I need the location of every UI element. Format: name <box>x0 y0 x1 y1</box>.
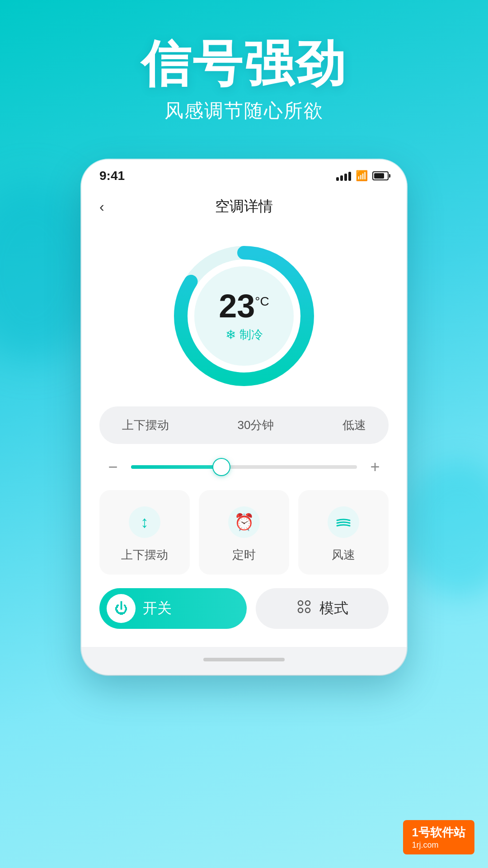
snowflake-icon: ❄ <box>225 327 236 342</box>
svg-point-5 <box>305 608 310 613</box>
home-indicator <box>203 658 285 661</box>
temp-value: 23 °C <box>219 290 269 322</box>
slider-track[interactable] <box>131 465 357 469</box>
power-icon: ⏻ <box>107 594 136 623</box>
timer-label[interactable]: 30分钟 <box>238 417 274 433</box>
slider-plus[interactable]: + <box>366 458 384 476</box>
status-time: 9:41 <box>99 169 125 183</box>
action-timer[interactable]: ⏰ 定时 <box>199 490 289 575</box>
action-fan-speed[interactable]: 风速 <box>298 490 389 575</box>
battery-icon <box>372 171 389 180</box>
fan-speed-label: 风速 <box>332 547 355 563</box>
phone-frame: 9:41 📶 ‹ 空调详情 <box>81 160 407 675</box>
temp-circle-wrapper: 23 °C ❄ 制冷 <box>172 244 316 388</box>
mode-label: 模式 <box>319 599 348 618</box>
back-button[interactable]: ‹ <box>99 198 104 215</box>
mode-button[interactable]: 模式 <box>256 588 389 629</box>
page-header: 信号强劲 风感调节随心所欲 <box>0 0 488 142</box>
sub-title: 风感调节随心所欲 <box>0 98 488 123</box>
swing-action-label: 上下摆动 <box>121 547 168 563</box>
nav-title: 空调详情 <box>215 197 273 217</box>
temp-inner: 23 °C ❄ 制冷 <box>194 266 294 366</box>
slider-fill <box>131 465 221 469</box>
svg-point-2 <box>298 601 303 605</box>
timer-icon: ⏰ <box>228 506 260 538</box>
bottom-bar: ⏻ 开关 模式 <box>99 588 389 629</box>
speed-label[interactable]: 低速 <box>343 417 366 433</box>
status-bar: 9:41 📶 <box>81 160 407 188</box>
phone-content: 23 °C ❄ 制冷 上下摆动 30分钟 低速 <box>81 226 407 647</box>
main-title: 信号强劲 <box>0 36 488 91</box>
slider-thumb[interactable] <box>213 459 230 475</box>
temp-mode: ❄ 制冷 <box>225 327 263 343</box>
swing-icon: ↕ <box>129 506 160 538</box>
swing-label[interactable]: 上下摆动 <box>122 417 169 433</box>
temp-unit: °C <box>255 295 269 308</box>
power-button[interactable]: ⏻ 开关 <box>99 588 247 629</box>
watermark-line2: 1rj.com <box>412 840 465 850</box>
status-icons: 📶 <box>336 170 389 182</box>
svg-point-4 <box>298 608 303 613</box>
temperature-display: 23 °C ❄ 制冷 <box>99 226 389 402</box>
phone-mockup: 9:41 📶 ‹ 空调详情 <box>0 160 488 675</box>
fan-icon <box>328 506 359 538</box>
controls-bar: 上下摆动 30分钟 低速 <box>99 406 389 444</box>
slider-container: − + <box>99 458 389 476</box>
wifi-icon: 📶 <box>356 170 368 182</box>
navigation-bar: ‹ 空调详情 <box>81 188 407 226</box>
action-swing[interactable]: ↕ 上下摆动 <box>99 490 190 575</box>
watermark: 1号软件站 1rj.com <box>403 820 474 854</box>
power-label: 开关 <box>143 599 172 618</box>
slider-minus[interactable]: − <box>104 458 122 476</box>
svg-point-3 <box>305 601 310 605</box>
timer-action-label: 定时 <box>232 547 256 563</box>
actions-grid: ↕ 上下摆动 ⏰ 定时 风速 <box>99 490 389 575</box>
watermark-line1: 1号软件站 <box>412 825 465 840</box>
mode-icon <box>296 599 312 618</box>
signal-icon <box>336 171 351 181</box>
